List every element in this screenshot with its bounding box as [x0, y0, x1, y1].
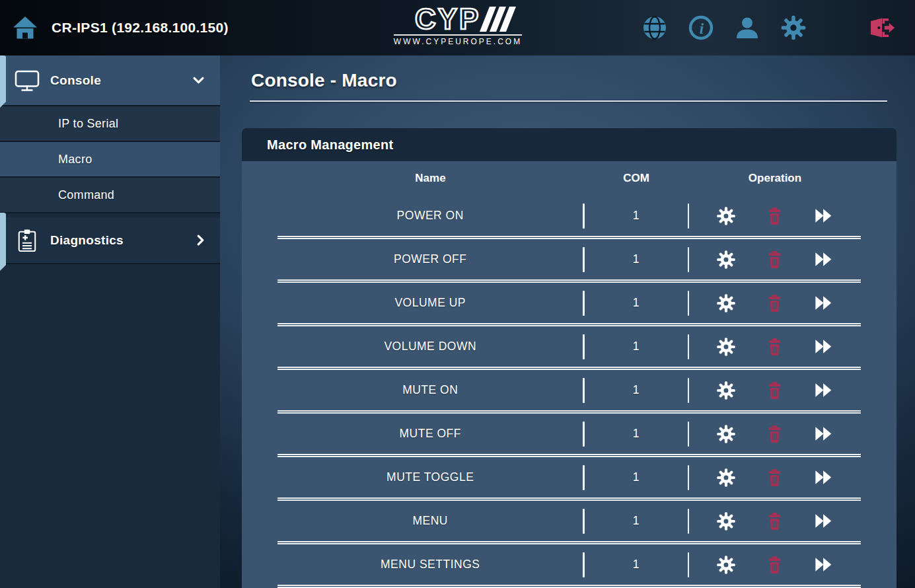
- table-row: POWER OFF 1: [277, 239, 861, 279]
- macro-name: VOLUME DOWN: [277, 340, 583, 353]
- delete-macro-trash-icon[interactable]: [766, 511, 784, 531]
- logout-icon[interactable]: [869, 15, 895, 41]
- delete-macro-trash-icon[interactable]: [766, 293, 784, 313]
- delete-macro-trash-icon[interactable]: [766, 206, 784, 226]
- info-icon[interactable]: i: [688, 15, 714, 41]
- sidebar-accent-tab-diagnostics: [0, 213, 6, 271]
- delete-macro-trash-icon[interactable]: [766, 250, 784, 270]
- macro-name: MENU SETTINGS: [277, 558, 583, 571]
- clipboard-plus-icon: [15, 228, 40, 253]
- chevron-right-icon: [197, 235, 204, 246]
- table-header-row: Name COM Operation: [277, 161, 861, 196]
- run-macro-fast-forward-icon[interactable]: [813, 556, 834, 573]
- edit-macro-gear-icon[interactable]: [716, 511, 736, 531]
- macro-name: MUTE ON: [277, 383, 583, 397]
- macro-com-port: 1: [585, 252, 688, 266]
- edit-macro-gear-icon[interactable]: [716, 424, 736, 444]
- globe-icon[interactable]: [641, 15, 668, 41]
- run-macro-fast-forward-icon[interactable]: [813, 207, 834, 225]
- run-macro-fast-forward-icon[interactable]: [813, 338, 834, 355]
- delete-macro-trash-icon[interactable]: [766, 381, 784, 400]
- table-row: MENU 1: [277, 501, 861, 541]
- sidebar-subitem-label: Macro: [58, 153, 92, 166]
- sidebar-subitem-label: IP to Serial: [58, 117, 118, 131]
- delete-macro-trash-icon[interactable]: [766, 468, 784, 488]
- edit-macro-gear-icon[interactable]: [716, 555, 736, 575]
- macro-com-port: 1: [585, 558, 688, 571]
- sidebar: Console IP to Serial Macro Command Diagn…: [0, 55, 220, 588]
- macro-com-port: 1: [585, 427, 688, 441]
- macro-name: MUTE TOGGLE: [277, 470, 583, 484]
- panel-title: Macro Management: [267, 137, 394, 153]
- run-macro-fast-forward-icon[interactable]: [813, 250, 834, 268]
- sidebar-item-console[interactable]: Console: [0, 55, 220, 106]
- macro-com-port: 1: [585, 296, 688, 310]
- panel-body: Name COM Operation POWER ON 1: [242, 161, 897, 588]
- svg-text:i: i: [700, 20, 704, 37]
- sidebar-item-macro[interactable]: Macro: [0, 142, 220, 178]
- macro-name: MENU: [277, 514, 583, 528]
- macro-name: POWER OFF: [277, 252, 583, 266]
- brand-url: WWW.CYPEUROPE.COM: [393, 37, 521, 46]
- column-header-name: Name: [277, 172, 583, 185]
- table-row: VOLUME UP 1: [277, 283, 861, 323]
- sidebar-item-command[interactable]: Command: [0, 178, 220, 213]
- macro-com-port: 1: [585, 383, 688, 397]
- chevron-down-icon: [193, 77, 204, 84]
- title-divider: [250, 100, 887, 102]
- macro-com-port: 1: [585, 340, 688, 353]
- device-title: CR-IPS1 (192.168.100.150): [52, 20, 229, 36]
- home-icon[interactable]: [12, 16, 38, 40]
- macro-management-panel: Macro Management Name COM Operation POWE…: [242, 128, 897, 588]
- sidebar-item-ip-to-serial[interactable]: IP to Serial: [0, 106, 220, 142]
- macro-name: MUTE OFF: [277, 427, 583, 441]
- page-title: Console - Macro: [251, 70, 915, 91]
- top-header-bar: CR-IPS1 (192.168.100.150) CYP WWW.CYPEUR…: [0, 0, 915, 55]
- table-rows: POWER ON 1: [277, 196, 861, 588]
- brand-text: CYP: [415, 4, 480, 35]
- macro-com-port: 1: [585, 514, 688, 528]
- monitor-icon: [15, 69, 40, 92]
- sidebar-accent-tab-console: [0, 55, 6, 108]
- table-row: MENU SETTINGS 1: [277, 544, 861, 585]
- edit-macro-gear-icon[interactable]: [716, 293, 736, 313]
- sidebar-item-label: Diagnostics: [50, 233, 197, 248]
- edit-macro-gear-icon[interactable]: [716, 250, 736, 270]
- table-row: MUTE ON 1: [277, 370, 861, 410]
- table-row: VOLUME DOWN 1: [277, 326, 861, 367]
- sidebar-subitem-label: Command: [58, 188, 114, 202]
- macro-name: VOLUME UP: [277, 296, 583, 310]
- column-header-com: COM: [585, 172, 688, 185]
- main-content: Console - Macro Macro Management Name CO…: [220, 55, 915, 588]
- column-header-operation: Operation: [689, 172, 861, 185]
- delete-macro-trash-icon[interactable]: [766, 424, 784, 444]
- macro-name: POWER ON: [277, 209, 583, 223]
- run-macro-fast-forward-icon[interactable]: [813, 294, 834, 312]
- edit-macro-gear-icon[interactable]: [716, 206, 736, 226]
- table-row: MUTE TOGGLE 1: [277, 457, 861, 497]
- table-row: POWER ON 1: [277, 196, 861, 236]
- logo-slashes: [480, 7, 516, 32]
- table-row: MUTE OFF 1: [277, 414, 861, 454]
- run-macro-fast-forward-icon[interactable]: [813, 512, 834, 530]
- delete-macro-trash-icon[interactable]: [766, 337, 784, 357]
- run-macro-fast-forward-icon[interactable]: [813, 425, 834, 443]
- edit-macro-gear-icon[interactable]: [716, 381, 736, 400]
- brand-logo: CYP WWW.CYPEUROPE.COM: [390, 4, 526, 50]
- sidebar-item-diagnostics[interactable]: Diagnostics: [0, 217, 220, 264]
- edit-macro-gear-icon[interactable]: [716, 468, 736, 488]
- user-icon[interactable]: [734, 15, 760, 41]
- panel-header: Macro Management: [242, 128, 897, 161]
- macro-com-port: 1: [585, 209, 688, 223]
- run-macro-fast-forward-icon[interactable]: [813, 381, 834, 399]
- run-macro-fast-forward-icon[interactable]: [813, 468, 834, 486]
- row-separator: [277, 585, 861, 588]
- macro-com-port: 1: [585, 470, 688, 484]
- sidebar-item-label: Console: [50, 73, 193, 88]
- edit-macro-gear-icon[interactable]: [716, 337, 736, 357]
- gear-icon[interactable]: [780, 15, 807, 41]
- delete-macro-trash-icon[interactable]: [766, 555, 784, 575]
